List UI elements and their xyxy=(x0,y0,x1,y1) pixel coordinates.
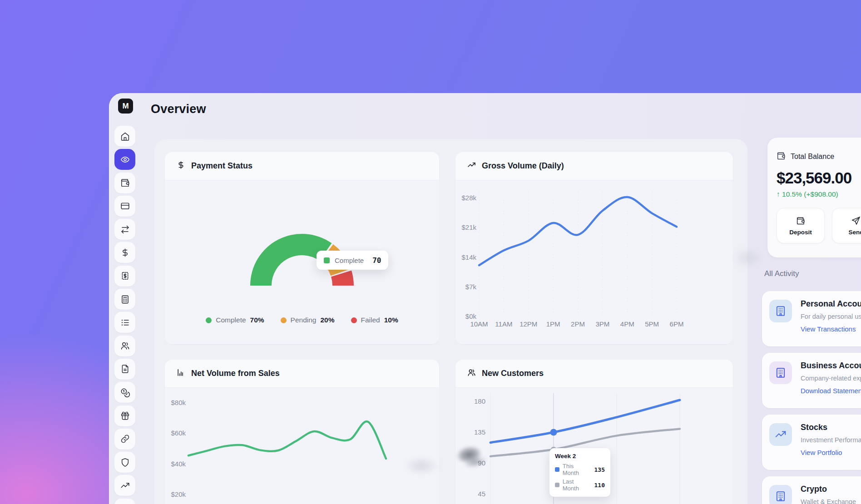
sidebar-item-coins[interactable] xyxy=(114,382,135,403)
legend-label: Pending xyxy=(291,316,317,324)
series-value: 110 xyxy=(594,482,605,489)
sidebar-item-transfers[interactable] xyxy=(114,219,135,240)
users-icon xyxy=(467,368,476,377)
card-header: Payment Status xyxy=(165,152,439,180)
svg-text:$28k: $28k xyxy=(461,194,476,202)
activity-card-crypto[interactable]: CryptoWallet & Exchange xyxy=(762,476,861,504)
svg-text:1PM: 1PM xyxy=(546,320,560,328)
balance-header: Total Balance xyxy=(777,151,861,162)
svg-text:$60k: $60k xyxy=(171,429,186,437)
net-volume-chart[interactable]: $80k$60k$40k$20k xyxy=(165,388,439,504)
tooltip-label: Complete xyxy=(335,257,364,264)
sidebar-item-payments[interactable] xyxy=(114,242,135,263)
gauge-tooltip: Complete 70 xyxy=(317,251,388,270)
payment-status-card: Payment Status Complete 70 Complete70%Pe… xyxy=(165,152,439,344)
legend-value: 70% xyxy=(250,316,264,324)
svg-text:2PM: 2PM xyxy=(571,320,585,328)
bar-chart-icon xyxy=(177,368,185,379)
svg-text:5PM: 5PM xyxy=(645,320,659,328)
wallet-icon xyxy=(796,216,805,225)
users-icon xyxy=(120,341,130,351)
svg-text:12PM: 12PM xyxy=(520,320,537,328)
balance-change: ↑ 10.5% (+$908.00) xyxy=(777,190,861,198)
gross-volume-chart[interactable]: $0k$7k$14k$21k$28k10AM11AM12PM1PM2PM3PM4… xyxy=(455,180,733,344)
sidebar-item-security[interactable] xyxy=(114,452,135,473)
sidebar-item-rewards[interactable] xyxy=(114,405,135,426)
new-customers-chart[interactable]: 1801359045 Week 2 This Month135Last Mont… xyxy=(455,388,733,504)
card-title: New Customers xyxy=(482,369,544,378)
sidebar-item-links[interactable] xyxy=(114,429,135,450)
svg-text:$20k: $20k xyxy=(171,490,186,498)
trending-up-icon xyxy=(120,481,130,490)
list-icon xyxy=(120,318,130,327)
tooltip-title: Week 2 xyxy=(555,453,605,460)
app-window: M Overview Payment Status Complete 70 Co… xyxy=(109,93,861,504)
svg-text:3PM: 3PM xyxy=(595,320,609,328)
credit-card-icon xyxy=(120,201,130,211)
bar-chart-icon xyxy=(177,368,185,377)
sidebar-item-calculator[interactable] xyxy=(114,289,135,310)
sidebar-item-invoices[interactable] xyxy=(114,266,135,287)
sidebar-item-cards[interactable] xyxy=(114,196,135,217)
card-title: Gross Volume (Daily) xyxy=(482,161,564,171)
payment-status-chart[interactable]: Complete 70 Complete70%Pending20%Failed1… xyxy=(165,180,439,344)
activity-link[interactable]: View Portfolio xyxy=(801,449,842,456)
tooltip-row: Last Month110 xyxy=(555,478,605,492)
home-icon xyxy=(120,132,130,141)
legend-item-pending: Pending20% xyxy=(281,316,335,324)
eye-icon xyxy=(120,155,130,164)
deposit-button[interactable]: Deposit xyxy=(777,208,825,243)
svg-text:11AM: 11AM xyxy=(495,320,512,328)
series-value: 135 xyxy=(594,466,605,473)
activity-title: Business Account xyxy=(801,361,861,371)
activity-link[interactable]: View Transactions xyxy=(801,325,856,333)
gross-volume-card: Gross Volume (Daily) $0k$7k$14k$21k$28k1… xyxy=(455,152,733,344)
send-button[interactable]: Send xyxy=(832,208,861,243)
legend-value: 10% xyxy=(384,316,398,324)
svg-text:$40k: $40k xyxy=(171,460,186,468)
sidebar-item-analytics[interactable] xyxy=(114,475,135,496)
trending-up-icon xyxy=(467,161,476,171)
svg-text:$21k: $21k xyxy=(461,223,476,231)
sidebar-item-overview[interactable] xyxy=(114,149,135,170)
svg-text:135: 135 xyxy=(474,428,485,436)
activity-title: Crypto xyxy=(801,484,827,494)
sidebar-nav xyxy=(114,126,135,504)
legend-dot xyxy=(351,317,357,323)
svg-text:90: 90 xyxy=(478,459,485,467)
activity-card-stocks[interactable]: StocksInvestment PerformanceView Portfol… xyxy=(762,415,861,470)
wallet-icon xyxy=(777,151,786,162)
building-icon xyxy=(775,305,787,317)
card-header: Net Volume from Sales xyxy=(165,360,439,388)
action-label: Deposit xyxy=(789,229,812,236)
activity-link[interactable]: Download Statements xyxy=(801,387,861,395)
sidebar-item-documents[interactable] xyxy=(114,359,135,380)
activity-subtitle: Company-related expenses xyxy=(801,375,861,382)
chart-legend: Complete70%Pending20%Failed10% xyxy=(165,316,439,324)
activity-heading: All Activity xyxy=(764,269,799,278)
activity-icon-box xyxy=(769,361,792,384)
legend-value: 20% xyxy=(320,316,334,324)
activity-title: Stocks xyxy=(801,423,827,432)
svg-text:$80k: $80k xyxy=(171,399,186,406)
line-chart: $0k$7k$14k$21k$28k10AM11AM12PM1PM2PM3PM4… xyxy=(455,180,733,344)
file-icon xyxy=(120,364,130,374)
tooltip-row: This Month135 xyxy=(555,463,605,476)
sidebar-item-wallet[interactable] xyxy=(114,173,135,193)
swap-arrows-icon xyxy=(120,225,130,234)
activity-card-personal-account[interactable]: Personal AccountFor daily personal useVi… xyxy=(762,291,861,346)
svg-text:10AM: 10AM xyxy=(470,320,488,328)
series-name: This Month xyxy=(563,463,591,476)
sidebar-item-devices[interactable] xyxy=(114,499,135,504)
sidebar-item-customers[interactable] xyxy=(114,336,135,356)
svg-text:45: 45 xyxy=(478,490,485,498)
sidebar-item-lists[interactable] xyxy=(114,312,135,333)
balance-actions: DepositSend xyxy=(777,208,861,243)
activity-title: Personal Account xyxy=(801,299,861,309)
wallet-icon xyxy=(777,151,786,160)
coins-icon xyxy=(120,388,130,397)
app-logo[interactable]: M xyxy=(118,99,133,114)
desktop-background: M Overview Payment Status Complete 70 Co… xyxy=(0,0,861,504)
sidebar-item-home[interactable] xyxy=(114,126,135,147)
activity-card-business-account[interactable]: Business AccountCompany-related expenses… xyxy=(762,353,861,408)
